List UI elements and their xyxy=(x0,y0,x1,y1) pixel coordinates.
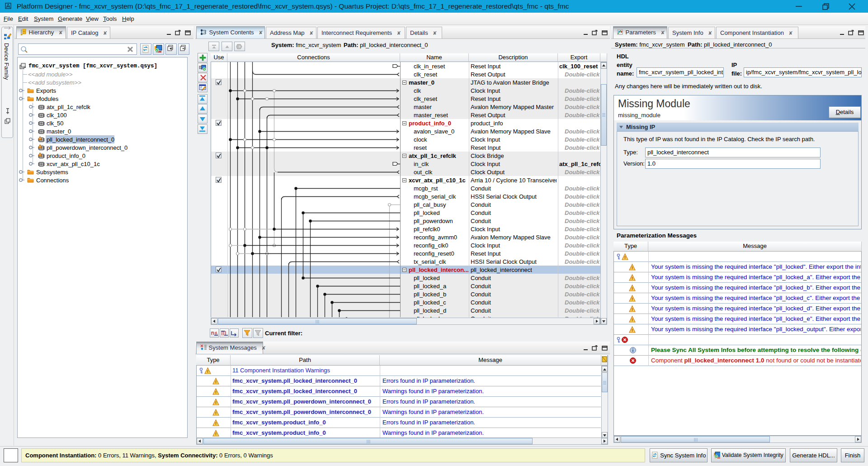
svg-text:!: ! xyxy=(624,255,626,260)
svg-text:!: ! xyxy=(632,286,633,291)
svg-text:!: ! xyxy=(215,421,217,426)
svg-text:!: ! xyxy=(632,297,633,301)
svg-text:!: ! xyxy=(632,307,633,312)
svg-text:!: ! xyxy=(207,369,208,374)
svg-text:!: ! xyxy=(215,400,217,405)
svg-text:!: ! xyxy=(215,380,217,384)
svg-text:!: ! xyxy=(215,432,217,436)
svg-text:!: ! xyxy=(632,276,633,281)
svg-text:!: ! xyxy=(215,390,217,395)
svg-text:!: ! xyxy=(215,411,217,415)
svg-text:!: ! xyxy=(632,328,633,333)
svg-text:!: ! xyxy=(632,318,633,322)
svg-text:!: ! xyxy=(632,266,633,270)
